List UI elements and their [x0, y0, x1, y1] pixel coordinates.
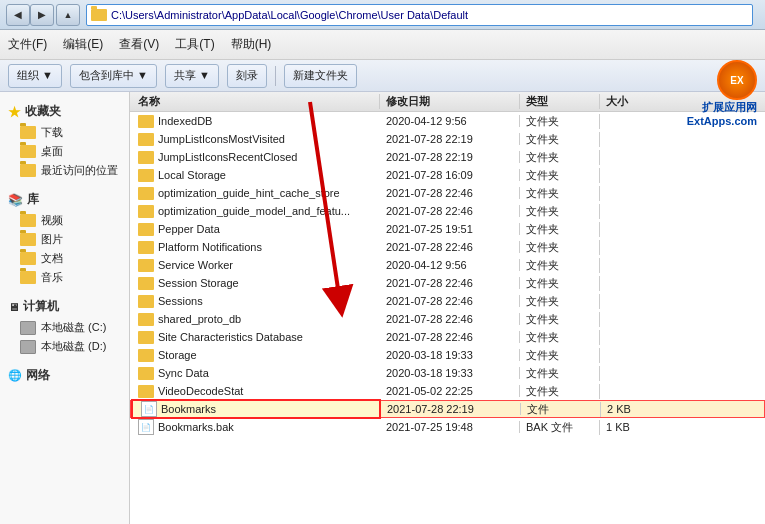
sidebar-item-label: 本地磁盘 (D:) [41, 339, 106, 354]
organize-button[interactable]: 组织 ▼ [8, 64, 62, 88]
menu-tools[interactable]: 工具(T) [175, 36, 214, 53]
table-row[interactable]: 📄 Bookmarks.bak 2021-07-25 19:48 BAK 文件 … [130, 418, 765, 436]
file-name: Local Storage [130, 169, 380, 182]
file-date: 2021-07-28 22:19 [380, 151, 520, 163]
col-date-header[interactable]: 修改日期 [380, 94, 520, 109]
table-row[interactable]: Site Characteristics Database 2021-07-28… [130, 328, 765, 346]
sidebar-item-pictures[interactable]: 图片 [0, 230, 129, 249]
menu-edit[interactable]: 编辑(E) [63, 36, 103, 53]
burn-button[interactable]: 刻录 [227, 64, 267, 88]
menu-view[interactable]: 查看(V) [119, 36, 159, 53]
table-row[interactable]: Storage 2020-03-18 19:33 文件夹 [130, 346, 765, 364]
file-list[interactable]: 名称 修改日期 类型 大小 IndexedDB 2020-04-12 9:56 … [130, 92, 765, 524]
folder-icon [20, 214, 36, 227]
sidebar-item-label: 桌面 [41, 144, 63, 159]
network-header[interactable]: 🌐 网络 [0, 364, 129, 387]
file-date: 2021-07-28 22:46 [380, 187, 520, 199]
new-folder-button[interactable]: 新建文件夹 [284, 64, 357, 88]
sidebar-item-documents[interactable]: 文档 [0, 249, 129, 268]
menu-file[interactable]: 文件(F) [8, 36, 47, 53]
file-name-text: IndexedDB [158, 115, 212, 127]
share-button[interactable]: 共享 ▼ [165, 64, 219, 88]
include-library-button[interactable]: 包含到库中 ▼ [70, 64, 157, 88]
address-bar[interactable]: C:\Users\Administrator\AppData\Local\Goo… [86, 4, 753, 26]
file-date: 2021-07-28 22:46 [380, 313, 520, 325]
col-name-header[interactable]: 名称 [130, 94, 380, 109]
table-row[interactable]: Sync Data 2020-03-18 19:33 文件夹 [130, 364, 765, 382]
col-size-header[interactable]: 大小 [600, 94, 660, 109]
file-type: 文件夹 [520, 150, 600, 165]
table-row[interactable]: JumpListIconsMostVisited 2021-07-28 22:1… [130, 130, 765, 148]
file-name-text: VideoDecodeStat [158, 385, 243, 397]
table-row[interactable]: JumpListIconsRecentClosed 2021-07-28 22:… [130, 148, 765, 166]
file-date: 2021-07-28 22:46 [380, 241, 520, 253]
table-row[interactable]: IndexedDB 2020-04-12 9:56 文件夹 [130, 112, 765, 130]
menu-help[interactable]: 帮助(H) [231, 36, 272, 53]
file-name-text: JumpListIconsMostVisited [158, 133, 285, 145]
library-section: 📚 库 视频 图片 文档 音乐 [0, 188, 129, 287]
sidebar-item-desktop[interactable]: 桌面 [0, 142, 129, 161]
file-name: Sessions [130, 295, 380, 308]
favorites-header[interactable]: ★ 收藏夹 [0, 100, 129, 123]
watermark-text: 扩展应用网 ExtApps.com [687, 100, 757, 127]
address-text: C:\Users\Administrator\AppData\Local\Goo… [111, 9, 468, 21]
file-date: 2021-05-02 22:25 [380, 385, 520, 397]
file-name: IndexedDB [130, 115, 380, 128]
file-date: 2020-03-18 19:33 [380, 367, 520, 379]
sidebar-item-download[interactable]: 下载 [0, 123, 129, 142]
file-type: 文件夹 [520, 366, 600, 381]
folder-icon [20, 145, 36, 158]
folder-icon [20, 126, 36, 139]
table-row[interactable]: Sessions 2021-07-28 22:46 文件夹 [130, 292, 765, 310]
file-name: VideoDecodeStat [130, 385, 380, 398]
file-type: 文件夹 [520, 186, 600, 201]
favorites-label: 收藏夹 [25, 103, 61, 120]
forward-button[interactable]: ▶ [30, 4, 54, 26]
file-date: 2020-03-18 19:33 [380, 349, 520, 361]
table-row[interactable]: Pepper Data 2021-07-25 19:51 文件夹 [130, 220, 765, 238]
file-type: 文件夹 [520, 348, 600, 363]
sidebar-item-video[interactable]: 视频 [0, 211, 129, 230]
file-type: 文件夹 [520, 114, 600, 129]
table-row[interactable]: VideoDecodeStat 2021-05-02 22:25 文件夹 [130, 382, 765, 400]
star-icon: ★ [8, 104, 21, 120]
folder-icon [20, 271, 36, 284]
file-date: 2020-04-12 9:56 [380, 259, 520, 271]
computer-header[interactable]: 🖥 计算机 [0, 295, 129, 318]
file-name: Storage [130, 349, 380, 362]
table-row[interactable]: shared_proto_db 2021-07-28 22:46 文件夹 [130, 310, 765, 328]
table-row[interactable]: optimization_guide_hint_cache_store 2021… [130, 184, 765, 202]
sidebar-item-drive-c[interactable]: 本地磁盘 (C:) [0, 318, 129, 337]
sidebar-item-label: 视频 [41, 213, 63, 228]
back-button[interactable]: ◀ [6, 4, 30, 26]
drive-icon [20, 340, 36, 354]
file-size: 1 KB [600, 421, 660, 433]
file-name: 📄 Bookmarks [131, 399, 381, 419]
table-row[interactable]: 📄 Bookmarks 2021-07-28 22:19 文件 2 KB [130, 400, 765, 418]
up-button[interactable]: ▲ [56, 4, 80, 26]
sidebar-item-drive-d[interactable]: 本地磁盘 (D:) [0, 337, 129, 356]
table-row[interactable]: Local Storage 2021-07-28 16:09 文件夹 [130, 166, 765, 184]
folder-icon [20, 164, 36, 177]
file-date: 2021-07-25 19:48 [380, 421, 520, 433]
table-row[interactable]: Session Storage 2021-07-28 22:46 文件夹 [130, 274, 765, 292]
drive-icon [20, 321, 36, 335]
table-row[interactable]: Service Worker 2020-04-12 9:56 文件夹 [130, 256, 765, 274]
sidebar-item-music[interactable]: 音乐 [0, 268, 129, 287]
file-name-text: Bookmarks.bak [158, 421, 234, 433]
file-type: 文件 [521, 402, 601, 417]
file-name: Site Characteristics Database [130, 331, 380, 344]
file-type: 文件夹 [520, 240, 600, 255]
file-type: 文件夹 [520, 330, 600, 345]
table-row[interactable]: optimization_guide_model_and_featu... 20… [130, 202, 765, 220]
col-type-header[interactable]: 类型 [520, 94, 600, 109]
sidebar-item-recent[interactable]: 最近访问的位置 [0, 161, 129, 180]
table-row[interactable]: Platform Notifications 2021-07-28 22:46 … [130, 238, 765, 256]
file-name-text: Service Worker [158, 259, 233, 271]
file-date: 2021-07-28 22:46 [380, 331, 520, 343]
file-name-text: Sessions [158, 295, 203, 307]
library-header[interactable]: 📚 库 [0, 188, 129, 211]
menu-toolbar: 文件(F) 编辑(E) 查看(V) 工具(T) 帮助(H) [0, 30, 765, 60]
file-type: 文件夹 [520, 168, 600, 183]
watermark: EX 扩展应用网 ExtApps.com [687, 60, 757, 127]
